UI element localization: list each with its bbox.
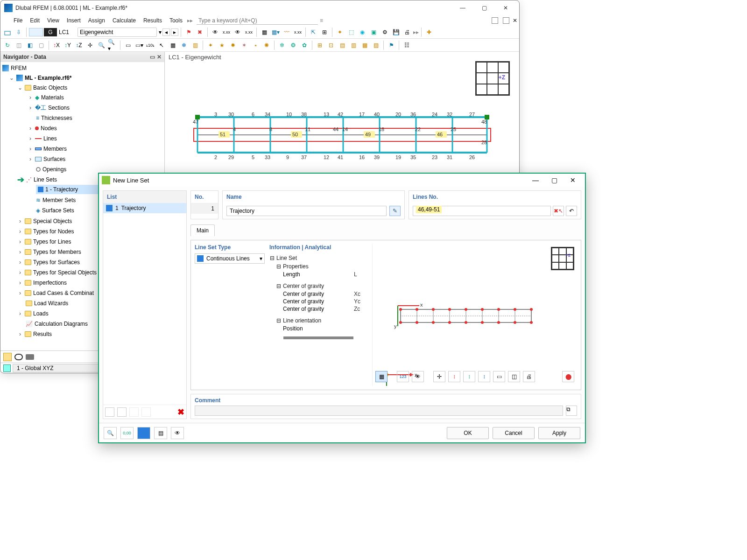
block-icon[interactable]: ▣: [368, 27, 379, 37]
net3-icon[interactable]: ▤: [337, 40, 347, 50]
lib-button[interactable]: ▤: [154, 427, 167, 439]
star4-icon[interactable]: ✶: [239, 40, 249, 50]
dock-close-icon[interactable]: ✕: [157, 54, 162, 60]
info-scrollbar[interactable]: [283, 336, 353, 339]
net1-icon[interactable]: ⊞: [315, 40, 325, 50]
preview-view[interactable]: x y x y: [373, 244, 577, 386]
pv-plane-icon[interactable]: ▭: [493, 371, 505, 382]
tree2-icon[interactable]: ❂: [288, 40, 298, 50]
list-check1-icon[interactable]: [129, 407, 139, 417]
menu-assign[interactable]: Assign: [85, 16, 108, 25]
search-input[interactable]: [197, 16, 318, 25]
ax-z-icon[interactable]: ↕Z: [74, 40, 84, 50]
box-icon[interactable]: ▦: [259, 27, 269, 37]
flag-x-icon[interactable]: ✖: [195, 27, 205, 37]
list-delete-icon[interactable]: ✖: [177, 407, 184, 417]
search-settings-icon[interactable]: ≡: [320, 17, 323, 24]
inner-restore-icon[interactable]: [503, 17, 509, 24]
xxx3-icon[interactable]: x.xx: [293, 27, 303, 37]
list-item-1[interactable]: 1 Trajectory: [103, 203, 186, 213]
menu-calculate[interactable]: Calculate: [110, 16, 139, 25]
pv-print-icon[interactable]: 🖨: [523, 371, 535, 382]
wall-icon[interactable]: ▥: [190, 40, 200, 50]
list-dup-icon[interactable]: [117, 407, 127, 417]
eye-button[interactable]: 👁: [171, 427, 184, 439]
cross-icon[interactable]: ✚: [424, 27, 434, 37]
more-icon[interactable]: ▸▸: [413, 29, 419, 35]
nav-members[interactable]: ›Members: [26, 144, 164, 154]
grid-icon[interactable]: ▦▾: [270, 27, 281, 37]
revert-lines-button[interactable]: ↶: [566, 206, 577, 216]
pv-select-icon[interactable]: ▦: [375, 371, 388, 382]
net5-icon[interactable]: ▩: [359, 40, 370, 50]
lc-prev-icon[interactable]: ◂: [162, 28, 170, 36]
open-folder-icon[interactable]: ⬚: [346, 27, 356, 37]
expander-icon[interactable]: ⌄: [9, 75, 14, 81]
nav-tab-data-icon[interactable]: [3, 353, 12, 361]
comment-copy-button[interactable]: ⧉: [566, 406, 577, 416]
help-button[interactable]: 🔍: [104, 427, 117, 439]
maximize-button[interactable]: ▢: [474, 1, 494, 14]
gear-icon[interactable]: ⚙: [380, 27, 390, 37]
flag-icon[interactable]: ⚑: [183, 27, 194, 37]
edit-name-button[interactable]: ✎: [389, 206, 401, 216]
pick-lines-button[interactable]: ✖↖: [553, 206, 564, 216]
table-icon[interactable]: ☷: [402, 40, 412, 50]
home-icon[interactable]: [2, 27, 13, 37]
loadcase-combo[interactable]: G LC1 ▾: [44, 28, 162, 37]
tree3-icon[interactable]: ✿: [299, 40, 310, 50]
snow-icon[interactable]: ❄: [179, 40, 189, 50]
list-check2-icon[interactable]: [141, 407, 151, 417]
inner-close-icon[interactable]: ✕: [513, 17, 517, 24]
menu-view[interactable]: View: [44, 16, 62, 25]
pv-ax-x-icon[interactable]: ↕: [448, 371, 460, 382]
star1-icon[interactable]: ✦: [205, 40, 216, 50]
plane-icon[interactable]: ▭: [123, 40, 133, 50]
star6-icon[interactable]: ✺: [261, 40, 272, 50]
nav-tab-cam-icon[interactable]: [26, 354, 34, 360]
cube-wire-icon[interactable]: ▢: [36, 40, 46, 50]
pv-eye-icon[interactable]: 👁: [412, 371, 424, 382]
menu-insert[interactable]: Insert: [64, 16, 84, 25]
cube-flat-icon[interactable]: ◫: [14, 40, 24, 50]
list-new-icon[interactable]: [105, 407, 114, 417]
save-icon[interactable]: 💾: [391, 27, 401, 37]
star2-icon[interactable]: ★: [217, 40, 227, 50]
tree1-icon[interactable]: ✲: [277, 40, 287, 50]
close-button[interactable]: ✕: [496, 1, 515, 14]
nav-thicknesses[interactable]: ≡Thicknesses: [26, 113, 164, 123]
menu-edit[interactable]: Edit: [27, 16, 42, 25]
dialog-maximize-button[interactable]: ▢: [545, 176, 564, 184]
nav-surfaces[interactable]: ›Surfaces: [26, 154, 164, 164]
box2-icon[interactable]: ▦: [168, 40, 178, 50]
down-arrow-icon[interactable]: ⇩: [14, 27, 24, 37]
scale10-icon[interactable]: ₁10₁: [145, 40, 155, 50]
xxx2-icon[interactable]: x.xx: [244, 27, 254, 37]
filter-flag-icon[interactable]: ⚑: [386, 40, 396, 50]
lc-dropdown-icon[interactable]: ▾: [159, 29, 162, 35]
lineset-type-select[interactable]: Continuous Lines▾: [195, 253, 265, 264]
export-icon[interactable]: ⇱: [308, 27, 318, 37]
menu-file[interactable]: File: [11, 16, 25, 25]
eye2-icon[interactable]: 👁: [233, 27, 243, 37]
dock-pin-icon[interactable]: ▭: [150, 54, 155, 60]
new-icon[interactable]: ✦: [335, 27, 345, 37]
apply-button[interactable]: Apply: [538, 427, 580, 439]
menu-results[interactable]: Results: [141, 16, 165, 25]
ax-y-icon[interactable]: ↕Y: [63, 40, 73, 50]
lines-input[interactable]: 46,49-51: [413, 206, 551, 216]
xxx-icon[interactable]: x.xx: [221, 27, 232, 37]
ax-xy-icon[interactable]: ✢: [85, 40, 95, 50]
tab-main[interactable]: Main: [190, 224, 215, 236]
pv-magnet-icon[interactable]: ⬤: [562, 371, 574, 382]
comment-input[interactable]: [195, 406, 563, 416]
dialog-close-button[interactable]: ✕: [564, 176, 582, 184]
color-button[interactable]: [137, 427, 150, 439]
plane-dd-icon[interactable]: ▭▾: [134, 40, 144, 50]
name-input[interactable]: [226, 206, 387, 216]
lc-next-icon[interactable]: ▸: [171, 28, 178, 36]
cursor-icon[interactable]: ↖: [156, 40, 167, 50]
color-swatch[interactable]: [29, 28, 43, 36]
pv-ax-iso-icon[interactable]: ✢: [433, 371, 445, 382]
nav-sections[interactable]: ›�工Sections: [26, 103, 164, 112]
